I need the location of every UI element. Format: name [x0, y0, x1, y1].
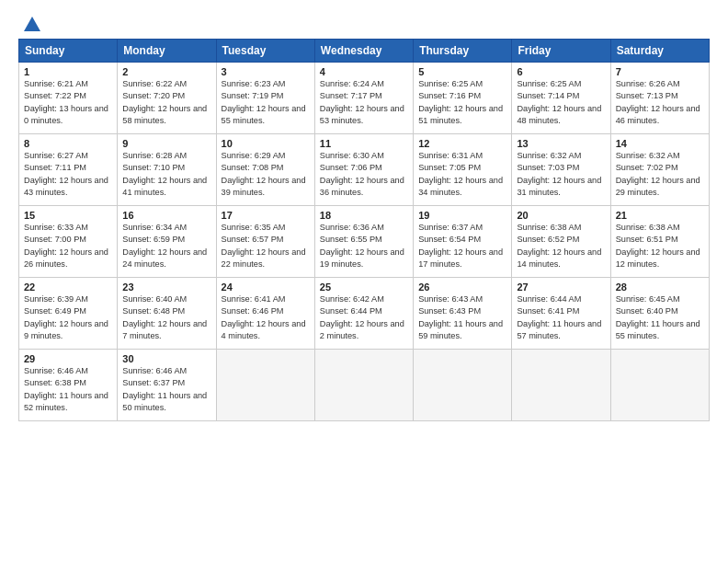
- day-cell-22: 22 Sunrise: 6:39 AM Sunset: 6:49 PM Dayl…: [19, 278, 118, 350]
- sunrise-label: Sunrise: 6:38 AM: [616, 223, 680, 232]
- sunset-label: Sunset: 6:40 PM: [616, 306, 678, 316]
- day-cell-30: 30 Sunrise: 6:46 AM Sunset: 6:37 PM Dayl…: [118, 350, 216, 421]
- sunset-label: Sunset: 6:57 PM: [222, 235, 284, 244]
- daylight-label: Daylight: 11 hours and 59 minutes.: [418, 319, 503, 340]
- calendar-week-5: 29 Sunrise: 6:46 AM Sunset: 6:38 PM Dayl…: [19, 350, 710, 421]
- sunset-label: Sunset: 7:20 PM: [122, 91, 185, 100]
- daylight-label: Daylight: 12 hours and 34 minutes.: [418, 176, 503, 197]
- sunrise-label: Sunrise: 6:36 AM: [320, 223, 384, 232]
- daylight-label: Daylight: 12 hours and 55 minutes.: [222, 104, 306, 125]
- daylight-label: Daylight: 12 hours and 9 minutes.: [24, 319, 108, 340]
- sunrise-label: Sunrise: 6:33 AM: [24, 223, 88, 232]
- daylight-label: Daylight: 12 hours and 7 minutes.: [122, 319, 207, 340]
- day-cell-17: 17 Sunrise: 6:35 AM Sunset: 6:57 PM Dayl…: [216, 206, 314, 278]
- day-cell-18: 18 Sunrise: 6:36 AM Sunset: 6:55 PM Dayl…: [314, 206, 413, 278]
- sunset-label: Sunset: 7:19 PM: [222, 91, 284, 100]
- sunrise-label: Sunrise: 6:27 AM: [24, 151, 88, 160]
- day-info: Sunrise: 6:40 AM Sunset: 6:48 PM Dayligh…: [122, 293, 210, 342]
- calendar-table: SundayMondayTuesdayWednesdayThursdayFrid…: [18, 39, 710, 421]
- sunrise-label: Sunrise: 6:39 AM: [24, 294, 88, 304]
- daylight-label: Daylight: 12 hours and 4 minutes.: [222, 319, 306, 340]
- sunrise-label: Sunrise: 6:28 AM: [122, 151, 187, 160]
- day-number: 15: [24, 210, 112, 221]
- sunset-label: Sunset: 6:49 PM: [24, 306, 86, 316]
- sunset-label: Sunset: 7:05 PM: [418, 163, 481, 172]
- day-cell-21: 21 Sunrise: 6:38 AM Sunset: 6:51 PM Dayl…: [610, 206, 709, 278]
- day-cell-8: 8 Sunrise: 6:27 AM Sunset: 7:11 PM Dayli…: [19, 134, 118, 206]
- empty-cell: [216, 350, 314, 421]
- day-number: 18: [320, 210, 408, 221]
- day-number: 8: [24, 138, 112, 149]
- sunrise-label: Sunrise: 6:45 AM: [616, 294, 680, 304]
- day-number: 12: [418, 138, 506, 149]
- day-info: Sunrise: 6:37 AM Sunset: 6:54 PM Dayligh…: [418, 222, 506, 270]
- day-number: 23: [122, 282, 210, 293]
- day-number: 7: [616, 66, 704, 77]
- day-info: Sunrise: 6:43 AM Sunset: 6:43 PM Dayligh…: [418, 293, 506, 342]
- sunset-label: Sunset: 6:55 PM: [320, 235, 382, 244]
- sunset-label: Sunset: 7:08 PM: [222, 163, 284, 172]
- day-info: Sunrise: 6:42 AM Sunset: 6:44 PM Dayligh…: [320, 293, 408, 342]
- empty-cell: [314, 350, 413, 421]
- sunset-label: Sunset: 6:44 PM: [320, 306, 382, 316]
- sunset-label: Sunset: 6:38 PM: [24, 378, 86, 387]
- day-info: Sunrise: 6:29 AM Sunset: 7:08 PM Dayligh…: [222, 150, 310, 199]
- sunrise-label: Sunrise: 6:32 AM: [517, 151, 581, 160]
- sunrise-label: Sunrise: 6:34 AM: [122, 223, 187, 232]
- day-number: 2: [122, 66, 210, 77]
- day-info: Sunrise: 6:38 AM Sunset: 6:51 PM Dayligh…: [616, 222, 704, 270]
- sunset-label: Sunset: 6:41 PM: [517, 306, 579, 316]
- day-cell-9: 9 Sunrise: 6:28 AM Sunset: 7:10 PM Dayli…: [118, 134, 216, 206]
- sunset-label: Sunset: 6:37 PM: [122, 378, 185, 387]
- daylight-label: Daylight: 12 hours and 17 minutes.: [418, 247, 503, 269]
- sunset-label: Sunset: 6:54 PM: [418, 235, 481, 244]
- sunrise-label: Sunrise: 6:46 AM: [122, 366, 187, 375]
- sunrise-label: Sunrise: 6:41 AM: [222, 294, 286, 304]
- day-info: Sunrise: 6:38 AM Sunset: 6:52 PM Dayligh…: [517, 222, 605, 270]
- sunset-label: Sunset: 7:11 PM: [24, 163, 86, 172]
- sunrise-label: Sunrise: 6:32 AM: [616, 151, 680, 160]
- day-cell-29: 29 Sunrise: 6:46 AM Sunset: 6:38 PM Dayl…: [19, 350, 118, 421]
- sunset-label: Sunset: 7:16 PM: [418, 91, 481, 100]
- calendar-week-3: 15 Sunrise: 6:33 AM Sunset: 7:00 PM Dayl…: [19, 206, 710, 278]
- day-info: Sunrise: 6:22 AM Sunset: 7:20 PM Dayligh…: [122, 78, 210, 127]
- col-header-thursday: Thursday: [414, 40, 512, 63]
- calendar-header-row: SundayMondayTuesdayWednesdayThursdayFrid…: [19, 40, 710, 63]
- day-number: 19: [418, 210, 506, 221]
- day-cell-27: 27 Sunrise: 6:44 AM Sunset: 6:41 PM Dayl…: [512, 278, 610, 350]
- daylight-label: Daylight: 11 hours and 55 minutes.: [616, 319, 700, 340]
- day-info: Sunrise: 6:45 AM Sunset: 6:40 PM Dayligh…: [616, 293, 704, 342]
- day-info: Sunrise: 6:26 AM Sunset: 7:13 PM Dayligh…: [616, 78, 704, 127]
- day-cell-7: 7 Sunrise: 6:26 AM Sunset: 7:13 PM Dayli…: [610, 63, 709, 134]
- day-cell-14: 14 Sunrise: 6:32 AM Sunset: 7:02 PM Dayl…: [610, 134, 709, 206]
- sunset-label: Sunset: 6:46 PM: [222, 306, 284, 316]
- daylight-label: Daylight: 12 hours and 48 minutes.: [517, 104, 601, 125]
- day-info: Sunrise: 6:30 AM Sunset: 7:06 PM Dayligh…: [320, 150, 408, 199]
- day-info: Sunrise: 6:25 AM Sunset: 7:14 PM Dayligh…: [517, 78, 605, 127]
- daylight-label: Daylight: 12 hours and 29 minutes.: [616, 176, 700, 197]
- sunset-label: Sunset: 7:14 PM: [517, 91, 579, 100]
- day-info: Sunrise: 6:41 AM Sunset: 6:46 PM Dayligh…: [222, 293, 310, 342]
- sunrise-label: Sunrise: 6:22 AM: [122, 79, 187, 88]
- sunrise-label: Sunrise: 6:42 AM: [320, 294, 384, 304]
- day-info: Sunrise: 6:27 AM Sunset: 7:11 PM Dayligh…: [24, 150, 112, 199]
- sunrise-label: Sunrise: 6:44 AM: [517, 294, 581, 304]
- day-cell-19: 19 Sunrise: 6:37 AM Sunset: 6:54 PM Dayl…: [414, 206, 512, 278]
- day-number: 10: [222, 138, 310, 149]
- day-info: Sunrise: 6:24 AM Sunset: 7:17 PM Dayligh…: [320, 78, 408, 127]
- daylight-label: Daylight: 12 hours and 51 minutes.: [418, 104, 503, 125]
- day-number: 5: [418, 66, 506, 77]
- daylight-label: Daylight: 11 hours and 52 minutes.: [24, 391, 108, 412]
- day-cell-24: 24 Sunrise: 6:41 AM Sunset: 6:46 PM Dayl…: [216, 278, 314, 350]
- day-info: Sunrise: 6:32 AM Sunset: 7:02 PM Dayligh…: [616, 150, 704, 199]
- daylight-label: Daylight: 12 hours and 36 minutes.: [320, 176, 404, 197]
- day-cell-10: 10 Sunrise: 6:29 AM Sunset: 7:08 PM Dayl…: [216, 134, 314, 206]
- day-info: Sunrise: 6:31 AM Sunset: 7:05 PM Dayligh…: [418, 150, 506, 199]
- sunrise-label: Sunrise: 6:43 AM: [418, 294, 483, 304]
- sunrise-label: Sunrise: 6:26 AM: [616, 79, 680, 88]
- day-number: 21: [616, 210, 704, 221]
- day-info: Sunrise: 6:46 AM Sunset: 6:37 PM Dayligh…: [122, 365, 210, 414]
- daylight-label: Daylight: 12 hours and 58 minutes.: [122, 104, 207, 125]
- sunset-label: Sunset: 7:10 PM: [122, 163, 185, 172]
- col-header-saturday: Saturday: [610, 40, 709, 63]
